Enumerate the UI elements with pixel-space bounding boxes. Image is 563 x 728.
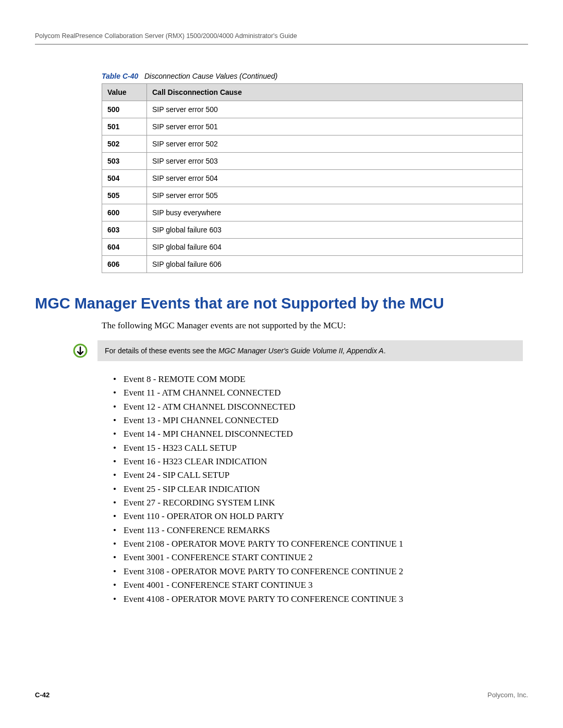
- cell-cause: SIP server error 500: [147, 101, 523, 118]
- note-prefix: For details of these events see the: [105, 347, 218, 355]
- list-item: Event 12 - ATM CHANNEL DISCONNECTED: [113, 400, 523, 414]
- cell-value: 603: [102, 221, 147, 239]
- table-row: 603SIP global failure 603: [102, 221, 523, 239]
- cell-cause: SIP server error 505: [147, 187, 523, 204]
- note-arrow-icon: [72, 343, 88, 359]
- table-row: 604SIP global failure 604: [102, 239, 523, 256]
- note-text: For details of these events see the MGC …: [97, 340, 523, 361]
- col-header-value: Value: [102, 84, 147, 101]
- cell-value: 504: [102, 170, 147, 187]
- list-item: Event 25 - SIP CLEAR INDICATION: [113, 483, 523, 496]
- cell-value: 600: [102, 204, 147, 221]
- cell-cause: SIP global failure 604: [147, 239, 523, 256]
- page-footer: C-42 Polycom, Inc.: [35, 691, 528, 699]
- running-header: Polycom RealPresence Collaboration Serve…: [35, 32, 528, 40]
- list-item: Event 110 - OPERATOR ON HOLD PARTY: [113, 510, 523, 523]
- table-row: 505SIP server error 505: [102, 187, 523, 204]
- list-item: Event 11 - ATM CHANNEL CONNECTED: [113, 386, 523, 400]
- section-heading: MGC Manager Events that are not Supporte…: [35, 295, 523, 312]
- cell-value: 606: [102, 256, 147, 273]
- cell-cause: SIP global failure 606: [147, 256, 523, 273]
- table-caption: Table C-40 Disconnection Cause Values (C…: [102, 72, 523, 80]
- list-item: Event 4001 - CONFERENCE START CONTINUE 3: [113, 578, 523, 592]
- cell-value: 503: [102, 153, 147, 170]
- list-item: Event 27 - RECORDING SYSTEM LINK: [113, 496, 523, 510]
- cell-cause: SIP global failure 603: [147, 221, 523, 239]
- note-block: For details of these events see the MGC …: [72, 340, 523, 361]
- list-item: Event 13 - MPI CHANNEL CONNECTED: [113, 414, 523, 427]
- list-item: Event 2108 - OPERATOR MOVE PARTY TO CONF…: [113, 537, 523, 551]
- cell-cause: SIP server error 502: [147, 135, 523, 153]
- list-item: Event 8 - REMOTE COM MODE: [113, 373, 523, 386]
- list-item: Event 3108 - OPERATOR MOVE PARTY TO CONF…: [113, 565, 523, 578]
- disconnection-causes-table: Value Call Disconnection Cause 500SIP se…: [102, 83, 523, 273]
- list-item: Event 3001 - CONFERENCE START CONTINUE 2: [113, 551, 523, 564]
- page-number: C-42: [35, 691, 50, 699]
- note-suffix: .: [384, 347, 386, 355]
- table-row: 600SIP busy everywhere: [102, 204, 523, 221]
- cell-value: 505: [102, 187, 147, 204]
- list-item: Event 14 - MPI CHANNEL DISCONNECTED: [113, 427, 523, 441]
- cell-cause: SIP server error 503: [147, 153, 523, 170]
- list-item: Event 16 - H323 CLEAR INDICATION: [113, 455, 523, 468]
- table-number: Table C-40: [102, 72, 138, 80]
- table-row: 503SIP server error 503: [102, 153, 523, 170]
- cell-value: 500: [102, 101, 147, 118]
- list-item: Event 4108 - OPERATOR MOVE PARTY TO CONF…: [113, 593, 523, 606]
- col-header-cause: Call Disconnection Cause: [147, 84, 523, 101]
- list-item: Event 113 - CONFERENCE REMARKS: [113, 524, 523, 537]
- list-item: Event 24 - SIP CALL SETUP: [113, 468, 523, 482]
- note-reference: MGC Manager User's Guide Volume II, Appe…: [218, 347, 384, 355]
- section-intro: The following MGC Manager events are not…: [102, 320, 523, 331]
- page: Polycom RealPresence Collaboration Serve…: [0, 0, 563, 728]
- table-caption-text: Disconnection Cause Values (Continued): [144, 72, 278, 80]
- table-row: 500SIP server error 500: [102, 101, 523, 118]
- cell-cause: SIP server error 504: [147, 170, 523, 187]
- table-row: 501SIP server error 501: [102, 118, 523, 135]
- cell-cause: SIP server error 501: [147, 118, 523, 135]
- content-area: Table C-40 Disconnection Cause Values (C…: [35, 45, 528, 606]
- cell-value: 502: [102, 135, 147, 153]
- table-row: 606SIP global failure 606: [102, 256, 523, 273]
- table-row: 502SIP server error 502: [102, 135, 523, 153]
- events-list: Event 8 - REMOTE COM MODEEvent 11 - ATM …: [102, 373, 523, 606]
- footer-company: Polycom, Inc.: [487, 691, 528, 699]
- cell-value: 501: [102, 118, 147, 135]
- table-row: 504SIP server error 504: [102, 170, 523, 187]
- cell-value: 604: [102, 239, 147, 256]
- list-item: Event 15 - H323 CALL SETUP: [113, 441, 523, 455]
- cell-cause: SIP busy everywhere: [147, 204, 523, 221]
